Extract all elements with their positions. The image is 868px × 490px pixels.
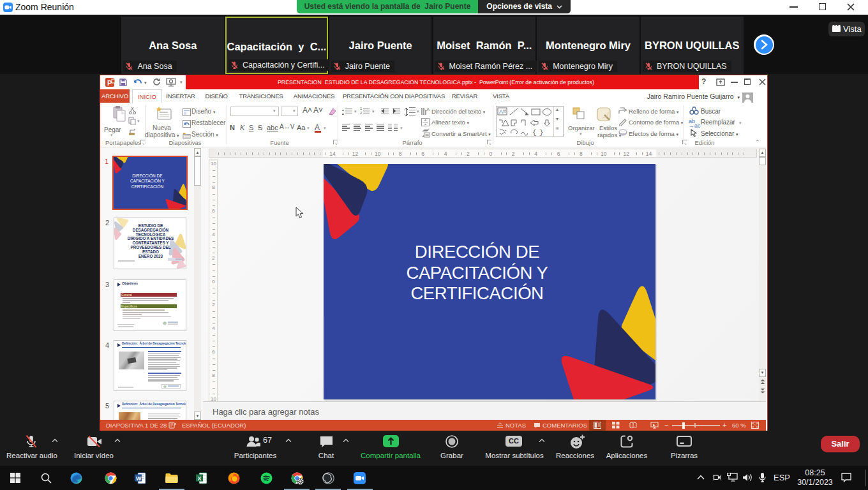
svg-text:A: A bbox=[426, 107, 430, 112]
svg-text:A: A bbox=[499, 108, 503, 115]
svg-text:W: W bbox=[136, 475, 142, 482]
svg-text:P: P bbox=[107, 79, 112, 87]
svg-text:}: } bbox=[539, 129, 544, 136]
svg-text:✗: ✗ bbox=[174, 422, 177, 426]
svg-text:{: { bbox=[532, 129, 537, 136]
svg-text:X: X bbox=[198, 475, 202, 482]
